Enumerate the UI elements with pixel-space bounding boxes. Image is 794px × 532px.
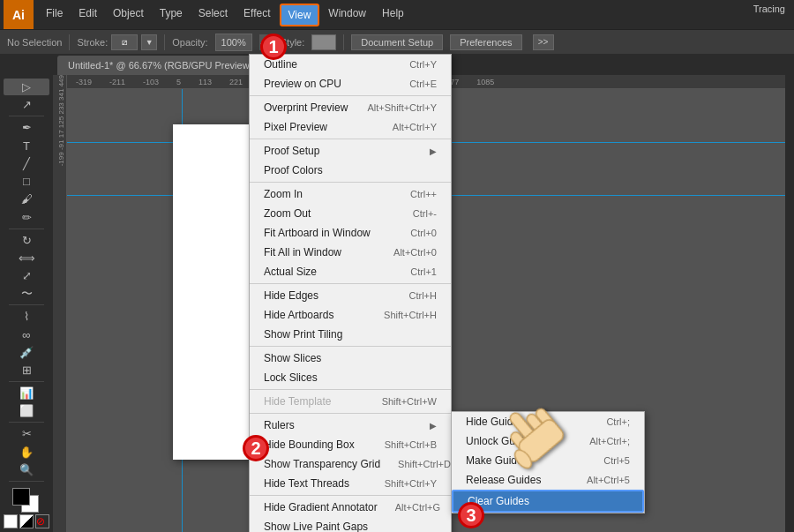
- color-swatches: [9, 488, 44, 512]
- menu-overprint[interactable]: Overprint Preview Alt+Shift+Ctrl+Y: [250, 98, 451, 117]
- menu-fit-all[interactable]: Fit All in Window Alt+Ctrl+0: [250, 243, 451, 262]
- ruler-tick-5: 113: [198, 78, 212, 86]
- ai-logo: Ai: [4, 0, 34, 29]
- ruler-tick-4: 5: [176, 78, 181, 86]
- tool-mesh[interactable]: ⊞: [4, 362, 49, 378]
- tool-sep1: [9, 116, 44, 116]
- menu-actual-size[interactable]: Actual Size Ctrl+1: [250, 262, 451, 281]
- menu-show-transparency-grid[interactable]: Show Transparency Grid Shift+Ctrl+D: [250, 454, 451, 474]
- tool-slice[interactable]: ✂: [4, 425, 49, 442]
- tool-rect[interactable]: □: [4, 173, 49, 190]
- ruler-tick-3: -103: [143, 78, 159, 86]
- menu-proof-colors[interactable]: Proof Colors: [250, 161, 451, 180]
- menu-rulers[interactable]: Rulers ▶: [250, 416, 451, 435]
- guides-submenu[interactable]: Hide Guides Ctrl+; Unlock Guides Alt+Ctr…: [451, 411, 645, 513]
- menu-hide-artboards[interactable]: Hide Artboards Shift+Ctrl+H: [250, 305, 451, 325]
- menu-hide-template: Hide Template Shift+Ctrl+W: [250, 392, 451, 411]
- opacity-value[interactable]: 100%: [215, 34, 252, 51]
- menu-hide-gradient-annotator[interactable]: Hide Gradient Annotator Alt+Ctrl+G: [250, 498, 451, 517]
- submenu-unlock-guides[interactable]: Unlock Guides Alt+Ctrl+;: [452, 431, 644, 451]
- tool-select[interactable]: ▷: [4, 79, 49, 95]
- tool-paintbrush[interactable]: 🖌: [4, 191, 49, 207]
- tool-sep5: [9, 422, 44, 423]
- submenu-release-guides[interactable]: Release Guides Alt+Ctrl+5: [452, 470, 644, 490]
- no-selection-label: No Selection: [7, 37, 62, 48]
- menu-hide-bounding-box[interactable]: Hide Bounding Box Shift+Ctrl+B: [250, 435, 451, 454]
- sep1: [69, 34, 70, 50]
- tool-artboard[interactable]: ⬜: [4, 402, 49, 419]
- menu-preview-cpu[interactable]: Preview on CPU Ctrl+E: [250, 74, 451, 94]
- fg-color-swatch[interactable]: [12, 488, 30, 506]
- right-panel-placeholder: [785, 75, 794, 532]
- style-box[interactable]: [311, 34, 336, 50]
- sep-6: [250, 389, 451, 390]
- submenu-hide-guides[interactable]: Hide Guides Ctrl+;: [452, 412, 644, 431]
- tool-sep6: [9, 481, 44, 482]
- stroke-label: Stroke:: [77, 37, 108, 48]
- tool-mirror[interactable]: ⟺: [4, 250, 49, 266]
- menu-proof-setup[interactable]: Proof Setup ▶: [250, 141, 451, 161]
- tool-line[interactable]: ╱: [4, 155, 49, 172]
- menu-show-print-tiling[interactable]: Show Print Tiling: [250, 325, 451, 344]
- left-toolbar: ▷ ↗ ✒ T ╱ □ 🖌 ✏ ↻ ⟺ ⤢ 〜 ⌇ ∞ 💉 ⊞ 📊 ⬜ ✂ ✋ …: [0, 75, 53, 532]
- menu-type[interactable]: Type: [153, 4, 190, 26]
- menu-window[interactable]: Window: [321, 4, 373, 26]
- document-tab[interactable]: Untitled-1* @ 66.67% (RGB/GPU Preview): [57, 56, 263, 75]
- sep2: [164, 34, 165, 50]
- tool-hand[interactable]: ✋: [4, 443, 49, 460]
- tool-type[interactable]: T: [4, 138, 49, 154]
- stroke-color-box[interactable]: ⧄: [111, 34, 138, 50]
- menu-file[interactable]: File: [39, 4, 70, 26]
- sep-8: [250, 495, 451, 496]
- tool-direct-select[interactable]: ↗: [4, 96, 49, 113]
- menu-zoom-in[interactable]: Zoom In Ctrl++: [250, 184, 451, 204]
- menu-hide-text-threads[interactable]: Hide Text Threads Shift+Ctrl+Y: [250, 474, 451, 493]
- preferences-btn[interactable]: Preferences: [450, 34, 521, 50]
- menu-object[interactable]: Object: [106, 4, 151, 26]
- menu-show-slices[interactable]: Show Slices: [250, 348, 451, 368]
- style-label: Style:: [281, 37, 305, 48]
- tool-scale[interactable]: ⤢: [4, 267, 49, 284]
- tool-pen[interactable]: ✒: [4, 119, 49, 136]
- menu-lock-slices[interactable]: Lock Slices: [250, 368, 451, 387]
- menu-items: File Edit Object Type Select Effect View…: [39, 4, 411, 26]
- ruler-tick-1: -319: [76, 78, 92, 86]
- gradient-btn[interactable]: [19, 514, 34, 528]
- tool-eyedropper[interactable]: 💉: [4, 344, 49, 361]
- none-btn[interactable]: ⊘: [35, 514, 49, 528]
- fill-btn[interactable]: [4, 514, 18, 528]
- opacity-arrows[interactable]: ▲▼: [259, 34, 273, 50]
- tool-warp[interactable]: 〜: [4, 285, 49, 302]
- tool-rotate[interactable]: ↻: [4, 231, 49, 248]
- ruler-tick-14: 1085: [476, 78, 494, 86]
- tool-width[interactable]: ⌇: [4, 308, 49, 325]
- menu-pixel-preview[interactable]: Pixel Preview Alt+Ctrl+Y: [250, 117, 451, 137]
- sep-3: [250, 182, 451, 183]
- menu-show-live-paint-gaps[interactable]: Show Live Paint Gaps: [250, 517, 451, 532]
- stroke-dropdown[interactable]: ▼: [141, 34, 157, 50]
- opacity-label: Opacity:: [172, 37, 207, 48]
- menu-fit-artboard[interactable]: Fit Artboard in Window Ctrl+0: [250, 223, 451, 243]
- menu-zoom-out[interactable]: Zoom Out Ctrl+-: [250, 204, 451, 223]
- tool-sep3: [9, 304, 44, 305]
- submenu-make-guides[interactable]: Make Guides Ctrl+5: [452, 451, 644, 470]
- extras-btn[interactable]: >>: [533, 34, 554, 50]
- view-dropdown-menu[interactable]: Outline Ctrl+Y Preview on CPU Ctrl+E Ove…: [249, 54, 452, 532]
- menu-hide-edges[interactable]: Hide Edges Ctrl+H: [250, 286, 451, 305]
- menu-select[interactable]: Select: [191, 4, 235, 26]
- submenu-clear-guides[interactable]: Clear Guides: [452, 490, 644, 513]
- tool-bar-graph[interactable]: 📊: [4, 385, 49, 401]
- menu-help[interactable]: Help: [375, 4, 411, 26]
- menu-view[interactable]: View: [280, 4, 320, 26]
- tool-zoom[interactable]: 🔍: [4, 461, 49, 478]
- tool-pencil[interactable]: ✏: [4, 208, 49, 225]
- tracing-label: Tracing: [753, 4, 785, 14]
- tool-sep2: [9, 229, 44, 229]
- sep3: [343, 34, 344, 50]
- ruler-tick-2: -211: [109, 78, 125, 86]
- menu-outline[interactable]: Outline Ctrl+Y: [250, 55, 451, 74]
- menu-edit[interactable]: Edit: [71, 4, 104, 26]
- tool-blend[interactable]: ∞: [4, 326, 49, 342]
- menu-effect[interactable]: Effect: [236, 4, 277, 26]
- document-setup-btn[interactable]: Document Setup: [351, 34, 443, 50]
